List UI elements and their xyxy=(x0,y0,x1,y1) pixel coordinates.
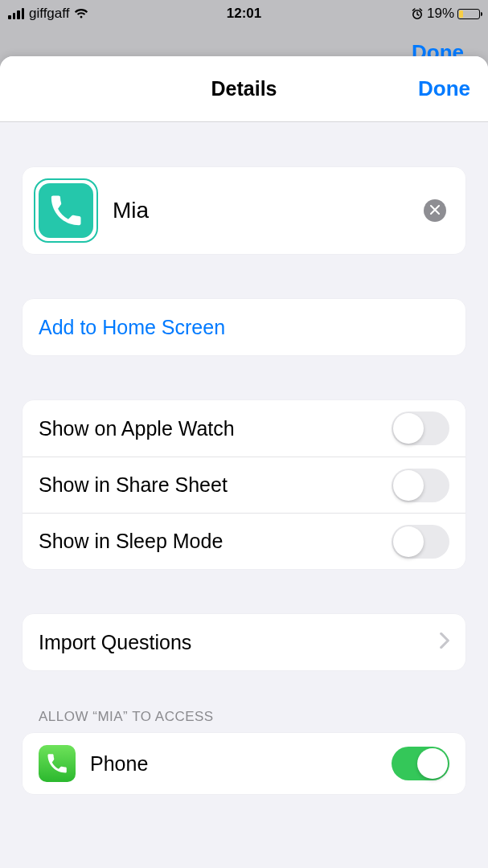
shortcut-name-cell xyxy=(23,167,465,254)
chevron-right-icon xyxy=(440,633,449,652)
sleep-mode-toggle[interactable] xyxy=(392,525,449,559)
page-title: Details xyxy=(211,77,277,100)
import-questions-button[interactable]: Import Questions xyxy=(23,614,465,670)
access-group: Phone xyxy=(23,733,465,794)
done-button[interactable]: Done xyxy=(418,76,470,101)
add-to-home-screen-button[interactable]: Add to Home Screen xyxy=(23,299,465,355)
battery-icon xyxy=(457,9,480,19)
sleep-mode-label: Show in Sleep Mode xyxy=(39,530,392,553)
phone-access-label: Phone xyxy=(90,752,392,776)
details-sheet: Details Done xyxy=(0,56,488,868)
share-sheet-row: Show in Share Sheet xyxy=(23,457,465,513)
share-sheet-label: Show in Share Sheet xyxy=(39,473,392,497)
nav-bar: Details Done xyxy=(0,56,488,122)
apple-watch-row: Show on Apple Watch xyxy=(23,400,465,457)
apple-watch-toggle[interactable] xyxy=(392,411,449,445)
cellular-signal-icon xyxy=(8,8,24,19)
clear-text-button[interactable] xyxy=(424,199,446,222)
sleep-mode-row: Show in Sleep Mode xyxy=(23,513,465,569)
phone-access-toggle[interactable] xyxy=(392,747,449,780)
import-questions-label: Import Questions xyxy=(39,631,440,654)
import-questions-group: Import Questions xyxy=(23,614,465,670)
add-to-home-label: Add to Home Screen xyxy=(39,316,449,339)
visibility-toggle-group: Show on Apple Watch Show in Share Sheet … xyxy=(23,400,465,569)
status-bar: giffgaff 12:01 19% xyxy=(0,0,488,24)
battery-percent-label: 19% xyxy=(427,6,454,22)
shortcut-icon-button[interactable] xyxy=(34,178,98,243)
shortcut-name-group xyxy=(23,167,465,254)
phone-access-row: Phone xyxy=(23,733,465,794)
close-icon xyxy=(430,205,440,217)
shortcut-name-input[interactable] xyxy=(113,198,424,223)
clock-label: 12:01 xyxy=(166,6,323,22)
phone-app-icon xyxy=(39,745,76,782)
wifi-icon xyxy=(74,8,88,19)
access-section-header: ALLOW “MIA” TO ACCESS xyxy=(23,709,465,733)
alarm-icon xyxy=(411,7,424,20)
share-sheet-toggle[interactable] xyxy=(392,469,449,502)
add-home-group: Add to Home Screen xyxy=(23,299,465,355)
apple-watch-label: Show on Apple Watch xyxy=(39,417,392,440)
carrier-label: giffgaff xyxy=(29,6,69,22)
phone-icon xyxy=(39,183,93,238)
